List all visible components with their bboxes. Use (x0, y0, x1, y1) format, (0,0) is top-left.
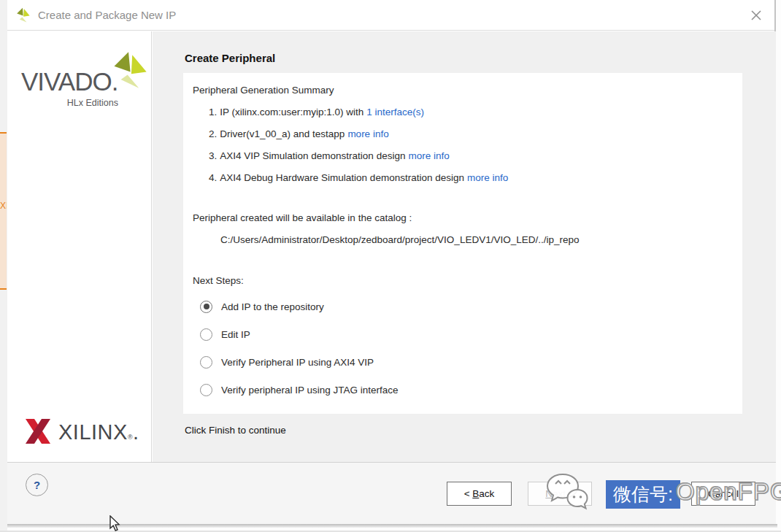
vivado-subtitle: HLx Editions (7, 98, 118, 108)
summary-title: Peripheral Generation Summary (193, 85, 729, 96)
screen: XI Create and Package New IP (0, 0, 781, 532)
create-and-package-new-ip-dialog: Create and Package New IP VIVADO. (7, 0, 776, 524)
driver-more-info-link[interactable]: more info (347, 128, 388, 139)
radio-button-icon[interactable] (200, 301, 212, 313)
summary-item-3: 3.AXI4 VIP Simulation demonstration desi… (209, 150, 729, 161)
radio-verify-axi4-vip[interactable]: Verify Peripheral IP using AXI4 VIP (200, 355, 729, 369)
radio-add-ip-to-repository[interactable]: Add IP to the repository (200, 299, 729, 314)
finish-hint: Click Finish to continue (185, 425, 286, 436)
radio-label: Edit IP (221, 329, 250, 340)
vip-sim-more-info-link[interactable]: more info (408, 150, 449, 161)
question-icon: ? (34, 479, 40, 491)
radio-label: Add IP to the repository (221, 301, 324, 312)
back-button[interactable]: < Back (447, 482, 512, 506)
catalog-path: C:/Users/Administrator/Desktop/zedboard/… (220, 234, 729, 245)
xilinx-x-icon (23, 436, 53, 449)
next-button[interactable]: Next > (528, 482, 592, 506)
next-steps-label: Next Steps: (193, 275, 729, 286)
page-title: Create Peripheral (185, 52, 275, 64)
window-bottom-edge (7, 524, 777, 528)
radio-label: Verify peripheral IP using JTAG interfac… (221, 385, 399, 396)
vivado-logo: VIVADO. HLx Editions (7, 42, 152, 130)
peek-text-fragment: XI (0, 201, 7, 211)
xilinx-logo: XILINX®. (23, 416, 147, 451)
cancel-button[interactable]: Cancel (691, 482, 755, 506)
catalog-label: Peripheral created will be available in … (193, 212, 729, 223)
titlebar[interactable]: Create and Package New IP (7, 0, 774, 31)
radio-button-icon[interactable] (200, 356, 212, 369)
radio-button-icon[interactable] (200, 328, 212, 341)
radio-edit-ip[interactable]: Edit IP (200, 327, 729, 342)
summary-item-1: 1.IP (xilinx.com:user:myip:1.0) with1 in… (209, 107, 729, 117)
radio-label: Verify Peripheral IP using AXI4 VIP (221, 357, 374, 368)
vivado-logo-icon (14, 7, 31, 24)
main-content: Create Peripheral Peripheral Generation … (153, 31, 776, 462)
radio-verify-jtag[interactable]: Verify peripheral IP using JTAG interfac… (200, 382, 729, 397)
window-title: Create and Package New IP (38, 0, 176, 30)
summary-item-2: 2.Driver(v1_00_a) and testappmore info (209, 128, 729, 139)
summary-item-4: 4.AXI4 Debug Hardware Simulation demonst… (209, 172, 729, 183)
branding-panel: VIVADO. HLx Editions XILI (7, 31, 152, 462)
mouse-cursor (109, 515, 121, 532)
help-button[interactable]: ? (26, 474, 48, 496)
close-icon[interactable] (750, 9, 763, 22)
background-window-sliver: XI (0, 132, 7, 290)
vivado-pinwheel-icon (109, 51, 147, 92)
vivado-wordmark: VIVADO. (21, 67, 118, 96)
debug-hw-more-info-link[interactable]: more info (467, 172, 508, 183)
interfaces-link[interactable]: 1 interface(s) (366, 107, 424, 117)
xilinx-wordmark: XILINX®. (58, 420, 139, 444)
radio-button-icon[interactable] (200, 384, 212, 396)
summary-card: Peripheral Generation Summary 1.IP (xili… (183, 73, 742, 414)
button-bar: ? < Back Next > Finish Cancel 微信号: (7, 462, 776, 524)
finish-button[interactable]: Finish (609, 482, 673, 506)
